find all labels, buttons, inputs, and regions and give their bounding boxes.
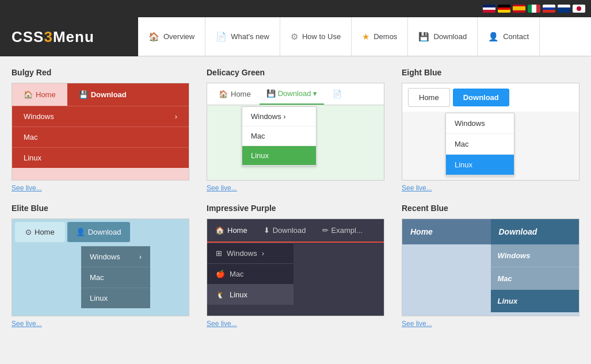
- eb-linux[interactable]: Linux: [446, 155, 514, 175]
- eb-home-item[interactable]: Home: [408, 88, 450, 107]
- linux-icon-ip: 🐧: [216, 290, 225, 299]
- rb-mac[interactable]: Mac: [491, 267, 579, 290]
- nav-contact-label: Contact: [503, 32, 529, 41]
- person-icon-elite: 👤: [76, 228, 85, 236]
- ip-linux[interactable]: 🐧 Linux: [207, 284, 293, 305]
- delicacy-green-title: Delicacy Green: [207, 68, 384, 77]
- user-icon: 👤: [488, 32, 499, 42]
- rb-spacer: [402, 244, 491, 267]
- elite-download-item[interactable]: 👤 Download: [67, 222, 130, 242]
- eight-blue-see-live[interactable]: See live...: [402, 184, 432, 192]
- impressive-purple-see-live[interactable]: See live...: [207, 320, 237, 328]
- card-recent-blue: Recent Blue Home Download Windows Mac Li…: [402, 204, 579, 328]
- recent-blue-title: Recent Blue: [402, 204, 579, 213]
- gear-icon: ⚙: [291, 32, 298, 42]
- floppy-icon-br: 💾: [79, 90, 88, 99]
- flag-ru[interactable]: [543, 5, 555, 13]
- eb-mac[interactable]: Mac: [446, 134, 514, 155]
- apple-icon-ip: 🍎: [216, 270, 225, 278]
- eb-download-item[interactable]: Download: [453, 89, 509, 106]
- logo-text: CSS3Menu: [12, 28, 94, 46]
- delicacy-green-preview: 🏠 Home 💾 Download ▾ 📄 Windows › Mac Linu…: [207, 83, 384, 181]
- star-icon: ★: [362, 32, 369, 42]
- br-mac[interactable]: Mac: [12, 127, 189, 147]
- eight-blue-title: Eight Blue: [402, 68, 579, 77]
- br-linux[interactable]: Linux: [12, 147, 189, 168]
- flag-uk[interactable]: [483, 5, 495, 13]
- ip-windows[interactable]: ⊞ Windows ›: [207, 243, 293, 263]
- home-icon: 🏠: [148, 32, 159, 42]
- nav-whats-new-label: What's new: [231, 32, 269, 41]
- nav-whats-new[interactable]: 📄 What's new: [205, 17, 280, 56]
- card-delicacy-green: Delicacy Green 🏠 Home 💾 Download ▾ 📄 Win…: [207, 68, 384, 192]
- ip-example-item[interactable]: ✏ Exampl...: [314, 219, 371, 242]
- circle-icon-elite: ⊙: [25, 228, 32, 236]
- dg-dropdown: Windows › Mac Linux: [242, 106, 317, 166]
- nav-download[interactable]: 💾 Download: [408, 17, 478, 56]
- br-windows[interactable]: Windows ›: [12, 106, 189, 127]
- dg-home-item[interactable]: 🏠 Home: [210, 84, 260, 104]
- rb-windows[interactable]: Windows: [491, 244, 579, 267]
- nav-contact[interactable]: 👤 Contact: [478, 17, 540, 56]
- elite-blue-title: Elite Blue: [12, 204, 189, 213]
- dg-windows[interactable]: Windows ›: [242, 107, 316, 127]
- elite-blue-see-live[interactable]: See live...: [12, 320, 42, 328]
- bulgy-red-see-live[interactable]: See live...: [12, 184, 42, 192]
- bulgy-red-preview: 🏠 Home 💾 Download Windows › Mac Linux: [12, 83, 189, 181]
- delicacy-green-see-live[interactable]: See live...: [207, 184, 237, 192]
- dg-mac[interactable]: Mac: [242, 127, 316, 146]
- eight-blue-preview: Home Download Windows Mac Linux: [402, 83, 579, 181]
- rb-linux[interactable]: Linux: [491, 290, 579, 312]
- floppy-icon: 💾: [418, 32, 429, 42]
- flag-fi[interactable]: [558, 5, 570, 13]
- main-content: Bulgy Red 🏠 Home 💾 Download Windows › Ma…: [0, 56, 591, 364]
- br-dropdown: Windows › Mac Linux: [12, 106, 189, 168]
- rb-download-item[interactable]: Download: [491, 219, 579, 244]
- elite-windows[interactable]: Windows ›: [81, 246, 150, 267]
- rb-home-item[interactable]: Home: [402, 219, 491, 244]
- card-elite-blue: Elite Blue ⊙ Home 👤 Download Windows › M…: [12, 204, 189, 328]
- nav-how-to-use[interactable]: ⚙ How to Use: [280, 17, 352, 56]
- nav-demos[interactable]: ★ Demos: [352, 17, 408, 56]
- flag-jp[interactable]: [573, 5, 585, 13]
- elite-nav: ⊙ Home 👤 Download: [12, 219, 189, 245]
- recent-blue-preview: Home Download Windows Mac Linux: [402, 219, 579, 316]
- ip-mac[interactable]: 🍎 Mac: [207, 263, 293, 284]
- eb-dropdown: Windows Mac Linux: [445, 113, 514, 176]
- recent-blue-see-live[interactable]: See live...: [402, 320, 432, 328]
- ip-nav: 🏠 Home ⬇ Download ✏ Exampl...: [207, 219, 384, 243]
- house-icon: 🏠: [24, 90, 33, 99]
- elite-home-item[interactable]: ⊙ Home: [15, 222, 65, 242]
- impressive-purple-title: Impressive Purple: [207, 204, 384, 213]
- flag-es[interactable]: [513, 5, 525, 13]
- elite-mac[interactable]: Mac: [81, 267, 150, 288]
- rb-spacer2: [402, 267, 491, 290]
- dg-linux[interactable]: Linux: [242, 146, 316, 166]
- eb-nav: Home Download: [402, 83, 579, 112]
- ip-dropdown: ⊞ Windows › 🍎 Mac 🐧 Linux: [207, 243, 293, 305]
- nav-how-to-use-label: How to Use: [302, 32, 341, 41]
- dg-download-item[interactable]: 💾 Download ▾: [260, 83, 324, 105]
- rb-spacer3: [402, 290, 491, 312]
- download-icon-ip: ⬇: [264, 226, 270, 235]
- header: CSS3Menu 🏠 Overview 📄 What's new ⚙ How t…: [0, 17, 591, 56]
- bulgy-red-title: Bulgy Red: [12, 68, 189, 77]
- nav-download-label: Download: [433, 32, 467, 41]
- br-download-item[interactable]: 💾 Download: [67, 83, 138, 106]
- br-home-item[interactable]: 🏠 Home: [12, 83, 67, 106]
- br-nav: 🏠 Home 💾 Download: [12, 83, 189, 106]
- flag-de[interactable]: [498, 5, 510, 13]
- ip-home-item[interactable]: 🏠 Home: [207, 219, 256, 242]
- flag-it[interactable]: [528, 5, 540, 13]
- top-bar: [0, 0, 591, 17]
- elite-linux[interactable]: Linux: [81, 288, 150, 308]
- edit-icon-ip: ✏: [322, 226, 329, 235]
- ip-download-item[interactable]: ⬇ Download: [256, 219, 314, 242]
- nav-overview[interactable]: 🏠 Overview: [138, 17, 205, 56]
- elite-blue-preview: ⊙ Home 👤 Download Windows › Mac Linux: [12, 219, 189, 316]
- dg-example-item[interactable]: 📄: [324, 84, 350, 104]
- impressive-purple-preview: 🏠 Home ⬇ Download ✏ Exampl... ⊞ Windows …: [207, 219, 384, 316]
- dg-nav: 🏠 Home 💾 Download ▾ 📄: [207, 83, 384, 105]
- eb-windows[interactable]: Windows: [446, 113, 514, 134]
- card-eight-blue: Eight Blue Home Download Windows Mac Lin…: [402, 68, 579, 192]
